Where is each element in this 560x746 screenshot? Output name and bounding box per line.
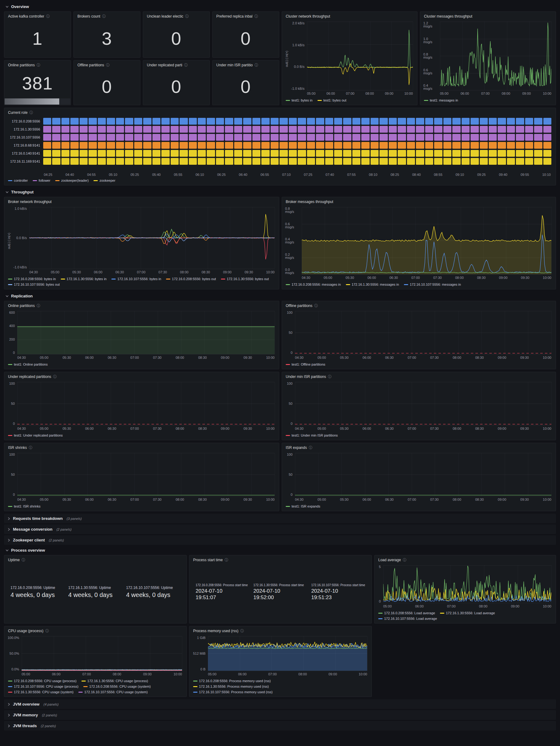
section-header-process-overview[interactable]: Process overview bbox=[4, 546, 556, 554]
state-cell[interactable] bbox=[443, 126, 451, 133]
state-cell[interactable] bbox=[507, 158, 515, 165]
state-cell[interactable] bbox=[80, 158, 88, 165]
state-cell[interactable] bbox=[416, 150, 424, 157]
state-cell[interactable] bbox=[452, 134, 460, 141]
state-cell[interactable] bbox=[480, 150, 488, 157]
state-cell[interactable] bbox=[271, 150, 279, 157]
state-cell[interactable] bbox=[143, 150, 151, 157]
state-cell[interactable] bbox=[516, 158, 524, 165]
state-cell[interactable] bbox=[225, 126, 233, 133]
state-cell[interactable] bbox=[434, 150, 442, 157]
info-icon[interactable]: ⓘ bbox=[314, 304, 318, 308]
state-cell[interactable] bbox=[216, 126, 224, 133]
panel-header[interactable]: Broker messages throughput bbox=[282, 197, 556, 205]
state-cell[interactable] bbox=[325, 142, 333, 149]
state-cell[interactable] bbox=[289, 158, 297, 165]
state-cell[interactable] bbox=[370, 142, 379, 149]
panel-header[interactable]: Process memory used (rss)ⓘ bbox=[190, 626, 371, 634]
state-cell[interactable] bbox=[171, 142, 179, 149]
state-cell[interactable] bbox=[289, 118, 297, 125]
state-cell[interactable] bbox=[125, 150, 133, 157]
state-cell[interactable] bbox=[252, 142, 260, 149]
state-cell[interactable] bbox=[280, 118, 287, 125]
state-cell[interactable] bbox=[389, 142, 397, 149]
state-cell[interactable] bbox=[280, 150, 287, 157]
state-cell[interactable] bbox=[234, 142, 242, 149]
state-cell[interactable] bbox=[543, 134, 551, 141]
state-cell[interactable] bbox=[52, 142, 60, 149]
state-cell[interactable] bbox=[452, 142, 460, 149]
legend-item[interactable]: test1: bytes in bbox=[286, 98, 312, 103]
state-cell[interactable] bbox=[425, 158, 433, 165]
state-cell[interactable] bbox=[443, 118, 451, 125]
state-cell[interactable] bbox=[234, 134, 242, 141]
state-cell[interactable] bbox=[171, 134, 179, 141]
panel-header[interactable]: Under replicated parti ⓘ bbox=[143, 60, 209, 68]
state-cell[interactable] bbox=[271, 118, 279, 125]
state-cell[interactable] bbox=[370, 134, 379, 141]
state-cell[interactable] bbox=[107, 142, 115, 149]
info-icon[interactable]: ⓘ bbox=[185, 15, 189, 18]
state-cell[interactable] bbox=[98, 142, 106, 149]
state-cell[interactable] bbox=[407, 158, 415, 165]
state-cell[interactable] bbox=[525, 142, 533, 149]
state-cell[interactable] bbox=[61, 134, 69, 141]
state-cell[interactable] bbox=[152, 118, 161, 125]
state-cell[interactable] bbox=[207, 126, 215, 133]
state-cell[interactable] bbox=[416, 134, 424, 141]
plot-area[interactable] bbox=[302, 207, 551, 274]
state-cell[interactable] bbox=[171, 158, 179, 165]
legend-item[interactable]: test1: ISR shrinks bbox=[8, 504, 40, 509]
state-cell[interactable] bbox=[225, 118, 233, 125]
legend-item[interactable]: zookeeper(leader) bbox=[55, 178, 88, 183]
state-cell[interactable] bbox=[516, 118, 524, 125]
state-cell[interactable] bbox=[471, 126, 479, 133]
state-cell[interactable] bbox=[107, 150, 115, 157]
state-cell[interactable] bbox=[171, 126, 179, 133]
state-cell[interactable] bbox=[352, 134, 360, 141]
state-cell[interactable] bbox=[98, 126, 106, 133]
info-icon[interactable]: ⓘ bbox=[254, 15, 258, 18]
state-cell[interactable] bbox=[152, 150, 161, 157]
state-cell[interactable] bbox=[134, 126, 142, 133]
state-cell[interactable] bbox=[52, 150, 60, 157]
section-header-zookeeper-client[interactable]: Zookeeper client (2 panels) bbox=[4, 535, 556, 545]
legend-item[interactable]: zookeeper bbox=[93, 178, 115, 183]
legend-item[interactable]: follower bbox=[33, 178, 50, 183]
state-cell[interactable] bbox=[325, 158, 333, 165]
state-cell[interactable] bbox=[334, 126, 342, 133]
state-cell[interactable] bbox=[525, 126, 533, 133]
state-cell[interactable] bbox=[443, 142, 451, 149]
state-cell[interactable] bbox=[261, 158, 269, 165]
state-cell[interactable] bbox=[380, 126, 388, 133]
state-cell[interactable] bbox=[316, 150, 324, 157]
state-cell[interactable] bbox=[370, 126, 379, 133]
state-cell[interactable] bbox=[71, 126, 78, 133]
state-cell[interactable] bbox=[534, 126, 542, 133]
panel-header[interactable]: Uptime ⓘ bbox=[4, 555, 186, 563]
state-cell[interactable] bbox=[43, 126, 51, 133]
state-cell[interactable] bbox=[261, 142, 269, 149]
state-cell[interactable] bbox=[298, 126, 306, 133]
info-icon[interactable]: ⓘ bbox=[309, 446, 312, 450]
state-cell[interactable] bbox=[407, 150, 415, 157]
state-cell[interactable] bbox=[179, 150, 188, 157]
state-cell[interactable] bbox=[271, 126, 279, 133]
state-cell[interactable] bbox=[407, 134, 415, 141]
state-cell[interactable] bbox=[489, 150, 497, 157]
state-cell[interactable] bbox=[216, 150, 224, 157]
plot-area[interactable] bbox=[383, 565, 551, 603]
state-cell[interactable] bbox=[525, 118, 533, 125]
info-icon[interactable]: ⓘ bbox=[29, 446, 32, 450]
state-cell[interactable] bbox=[398, 134, 406, 141]
state-cell[interactable] bbox=[325, 118, 333, 125]
state-cell[interactable] bbox=[98, 118, 106, 125]
legend-item[interactable]: test1: Under replicated partitions bbox=[8, 433, 63, 437]
state-cell[interactable] bbox=[507, 126, 515, 133]
plot-area[interactable] bbox=[17, 311, 275, 354]
state-cell[interactable] bbox=[471, 150, 479, 157]
state-cell[interactable] bbox=[71, 158, 78, 165]
state-cell[interactable] bbox=[316, 134, 324, 141]
state-cell[interactable] bbox=[216, 118, 224, 125]
state-cell[interactable] bbox=[252, 150, 260, 157]
